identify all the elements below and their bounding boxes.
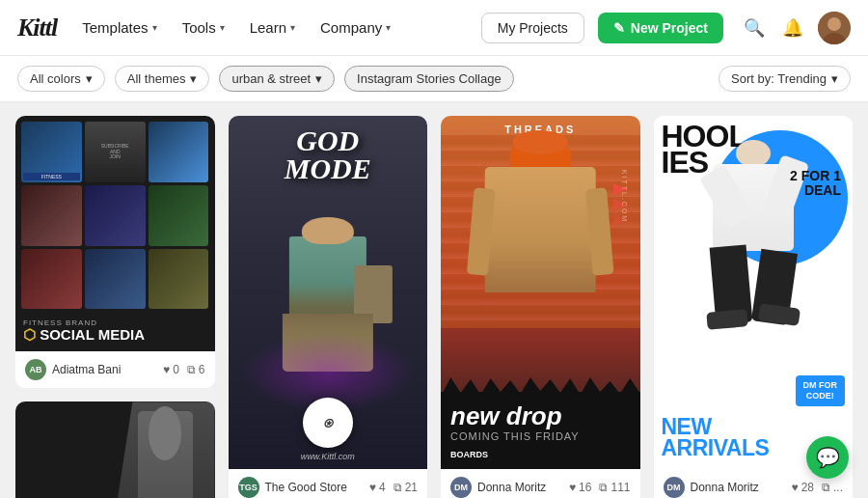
chevron-down-icon: ▾ [190, 71, 197, 86]
heart-icon: ♥ [369, 481, 376, 494]
new-project-button[interactable]: ✎ New Project [598, 13, 723, 43]
search-button[interactable]: 🔍 [741, 14, 768, 42]
chevron-down-icon: ▾ [152, 22, 157, 33]
nav-item-company[interactable]: Company ▾ [311, 14, 400, 42]
copy-count: ⧉ ... [822, 481, 843, 494]
card-godmode-info: TGS The Good Store ♥ 4 ⧉ 21 [229, 469, 428, 499]
template-card-fitness[interactable]: FITNESS SUBSCRIBEANDJOIN [15, 116, 215, 388]
like-count: ♥ 28 [792, 481, 814, 494]
filter-bar: All colors ▾ All themes ▾ urban & street… [0, 56, 868, 102]
card-50off-image: ORDER NOW! NEWARRIVAL 50%OFF [15, 401, 215, 498]
author-avatar: DM [450, 477, 472, 498]
logo[interactable]: Kittl [17, 14, 57, 42]
my-projects-button[interactable]: My Projects [481, 13, 584, 43]
nav-item-learn[interactable]: Learn ▾ [240, 14, 305, 42]
card-stats: ♥ 4 ⧉ 21 [369, 481, 418, 494]
style-filter[interactable]: urban & street ▾ [219, 66, 335, 92]
card-newdrop-image: THREADS [441, 116, 640, 469]
copy-icon: ⧉ [393, 481, 402, 494]
like-count: ♥ 0 [163, 363, 179, 376]
card-author: AB Adiatma Bani [25, 359, 121, 380]
copy-icon: ⧉ [822, 481, 830, 494]
header-icons: 🔍 🔔 [741, 12, 851, 44]
card-author: DM Donna Moritz [664, 477, 759, 498]
heart-icon: ♥ [792, 481, 799, 494]
copy-count: ⧉ 21 [393, 481, 418, 494]
pencil-icon: ✎ [613, 20, 625, 36]
svg-point-1 [827, 17, 841, 31]
card-stats: ♥ 0 ⧉ 6 [163, 363, 205, 376]
copy-count: ⧉ 111 [599, 481, 630, 494]
avatar[interactable] [818, 12, 851, 44]
copy-icon: ⧉ [187, 363, 196, 376]
chat-icon: 💬 [816, 446, 840, 469]
like-count: ♥ 16 [569, 481, 591, 494]
nav-item-templates[interactable]: Templates ▾ [72, 14, 166, 42]
chevron-down-icon: ▾ [220, 22, 225, 33]
card-newdrop-info: DM Donna Moritz ♥ 16 ⧉ 111 [441, 469, 640, 499]
card-author: TGS The Good Store [238, 477, 347, 498]
header: Kittl Templates ▾ Tools ▾ Learn ▾ Compan… [0, 0, 868, 56]
card-hoodies-image: HOOLIES [654, 116, 854, 469]
theme-filter[interactable]: All themes ▾ [115, 66, 210, 92]
template-grid: FITNESS SUBSCRIBEANDJOIN [0, 102, 868, 498]
card-stats: ♥ 28 ⧉ ... [792, 481, 844, 494]
card-fitness-info: AB Adiatma Bani ♥ 0 ⧉ 6 [15, 351, 215, 388]
chevron-down-icon: ▾ [831, 71, 838, 86]
heart-icon: ♥ [569, 481, 576, 494]
chevron-down-icon: ▾ [386, 22, 391, 33]
chevron-down-icon: ▾ [290, 22, 295, 33]
category-filter[interactable]: Instagram Stories Collage [344, 66, 514, 92]
chevron-down-icon: ▾ [315, 71, 322, 86]
author-avatar: DM [664, 477, 685, 498]
like-count: ♥ 4 [369, 481, 386, 494]
template-card-godmode[interactable]: GODMODE ⍟ www.Kittl.com [229, 116, 428, 498]
chevron-down-icon: ▾ [86, 71, 93, 86]
heart-icon: ♥ [163, 363, 170, 376]
copy-icon: ⧉ [599, 481, 608, 494]
color-filter[interactable]: All colors ▾ [17, 66, 105, 92]
notifications-button[interactable]: 🔔 [779, 14, 806, 42]
template-card-50off[interactable]: ORDER NOW! NEWARRIVAL 50%OFF [15, 401, 215, 498]
author-avatar: TGS [238, 477, 259, 498]
left-column: FITNESS SUBSCRIBEANDJOIN [15, 116, 215, 498]
card-godmode-image: GODMODE ⍟ www.Kittl.com [229, 116, 428, 469]
copy-count: ⧉ 6 [187, 363, 205, 376]
author-avatar: AB [25, 359, 46, 380]
template-card-newdrop[interactable]: THREADS [441, 116, 640, 498]
chat-button[interactable]: 💬 [806, 436, 849, 479]
nav-item-tools[interactable]: Tools ▾ [173, 14, 234, 42]
card-fitness-image: FITNESS SUBSCRIBEANDJOIN [15, 116, 215, 351]
card-author: DM Donna Moritz [450, 477, 546, 498]
card-stats: ♥ 16 ⧉ 111 [569, 481, 631, 494]
sort-button[interactable]: Sort by: Trending ▾ [719, 66, 851, 92]
